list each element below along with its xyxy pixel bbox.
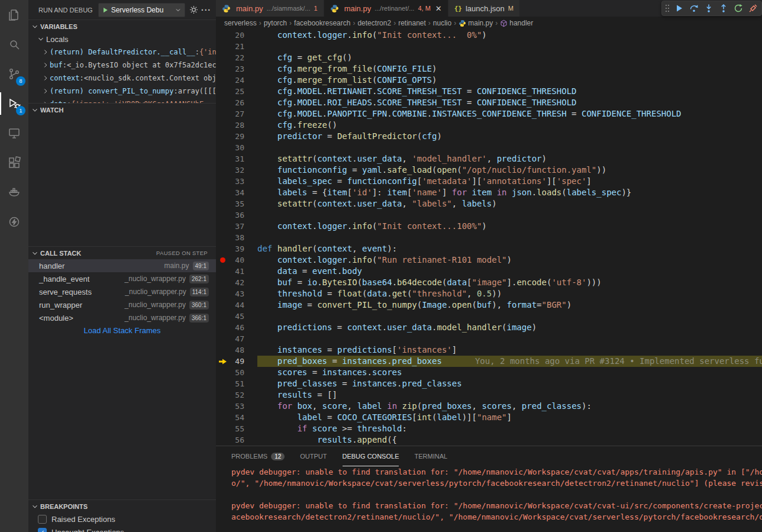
breadcrumb-item[interactable]: handler	[509, 19, 533, 27]
code-line[interactable]: 47	[216, 333, 762, 344]
variable-row[interactable]: (return) convert_PIL_to_numpy: array([[[…	[28, 85, 216, 98]
code-line[interactable]: 54 label = COCO_CATEGORIES[int(label)]["…	[216, 412, 762, 423]
code-line[interactable]: 21	[216, 41, 762, 52]
variable-row[interactable]: context: <nuclio_sdk.context.Context obj…	[28, 72, 216, 85]
code-line[interactable]: 30	[216, 142, 762, 153]
code-line[interactable]: 39def handler(context, event):	[216, 243, 762, 254]
breakpoint-gutter[interactable]	[216, 153, 229, 165]
continue-button[interactable]	[671, 1, 686, 15]
breakpoint-dot[interactable]	[220, 257, 225, 263]
code-line[interactable]: 44 image = convert_PIL_to_numpy(Image.op…	[216, 299, 762, 311]
breakpoint-gutter[interactable]	[216, 221, 229, 232]
code-line[interactable]: 26 cfg.MODEL.ROI_HEADS.SCORE_THRESH_TEST…	[216, 97, 762, 108]
code-line[interactable]: 40 context.logger.info("Run retinanet-R1…	[216, 254, 762, 266]
tab-main-py-siammask[interactable]: main.py .../siammask/... 1	[216, 0, 324, 17]
code-line[interactable]: 34 labels = {item['id']: item['name'] fo…	[216, 187, 762, 198]
breakpoint-gutter[interactable]	[216, 333, 229, 344]
breakpoint-gutter[interactable]	[216, 254, 229, 266]
variable-row[interactable]: buf: <_io.BytesIO object at 0x7f5a2dc1ec…	[28, 59, 216, 72]
step-out-button[interactable]	[716, 1, 731, 15]
step-into-button[interactable]	[701, 1, 716, 15]
breadcrumb-item[interactable]: serverless	[224, 19, 257, 27]
breadcrumb-item[interactable]: pytorch	[264, 19, 287, 27]
breakpoints-header[interactable]: BREAKPOINTS	[28, 499, 216, 512]
activity-docker[interactable]	[0, 178, 28, 207]
breadcrumb-item[interactable]: facebookresearch	[294, 19, 350, 27]
scope-locals[interactable]: Locals	[28, 33, 216, 46]
load-all-stack-frames-link[interactable]: Load All Stack Frames	[28, 324, 216, 337]
close-icon[interactable]: ✕	[435, 4, 442, 13]
code-line[interactable]: 28 cfg.freeze()	[216, 120, 762, 131]
code-line[interactable]: 37 context.logger.info("Init context...1…	[216, 221, 762, 232]
breakpoint-gutter[interactable]	[216, 423, 229, 434]
breakpoint-gutter[interactable]	[216, 311, 229, 322]
breakpoint-item[interactable]: ✓Uncaught Exceptions	[28, 525, 216, 532]
breakpoint-item[interactable]: Raised Exceptions	[28, 512, 216, 525]
code-line[interactable]: 41 data = event.body	[216, 266, 762, 277]
activity-bolt-tool[interactable]	[0, 207, 28, 237]
step-over-button[interactable]	[686, 1, 701, 15]
code-line[interactable]: 52 results = []	[216, 389, 762, 401]
code-line[interactable]: 20 context.logger.info("Init context... …	[216, 30, 762, 41]
drag-handle-icon[interactable]	[663, 4, 671, 13]
breakpoint-gutter[interactable]	[216, 52, 229, 63]
gear-icon[interactable]	[189, 5, 198, 14]
breakpoint-gutter[interactable]	[216, 165, 229, 176]
breakpoint-gutter[interactable]	[216, 356, 229, 367]
breakpoint-gutter[interactable]	[216, 232, 229, 243]
code-line[interactable]: 25 cfg.MODEL.RETINANET.SCORE_THRESH_TEST…	[216, 86, 762, 97]
code-line[interactable]: 38	[216, 232, 762, 243]
breakpoint-gutter[interactable]	[216, 412, 229, 423]
breakpoint-gutter[interactable]	[216, 299, 229, 311]
code-line[interactable]: 31 setattr(context.user_data, 'model_han…	[216, 153, 762, 165]
debug-console-output[interactable]: pydev debugger: unable to find translati…	[216, 466, 762, 532]
debug-config-dropdown[interactable]: Serverless Debu	[98, 3, 185, 17]
breakpoint-gutter[interactable]	[216, 288, 229, 299]
breakpoint-gutter[interactable]	[216, 344, 229, 356]
breadcrumb-item[interactable]: main.py	[468, 19, 493, 27]
breakpoint-gutter[interactable]	[216, 41, 229, 52]
breakpoint-gutter[interactable]	[216, 176, 229, 187]
code-editor[interactable]: 20 context.logger.info("Init context... …	[216, 30, 762, 446]
breakpoint-gutter[interactable]	[216, 367, 229, 378]
call-stack-header[interactable]: CALL STACK PAUSED ON STEP	[28, 246, 216, 259]
breakpoint-gutter[interactable]	[216, 266, 229, 277]
activity-source-control[interactable]: 8	[0, 59, 28, 89]
call-stack-frame[interactable]: run_wrapper_nuclio_wrapper.py360:1	[28, 298, 216, 311]
call-stack-frame[interactable]: <module>_nuclio_wrapper.py366:1	[28, 311, 216, 324]
breakpoint-gutter[interactable]	[216, 30, 229, 41]
breakpoint-gutter[interactable]	[216, 142, 229, 153]
tab-launch-json[interactable]: {} launch.json M	[448, 0, 520, 17]
breakpoint-gutter[interactable]	[216, 97, 229, 108]
code-line[interactable]: 36	[216, 209, 762, 221]
code-line[interactable]: 53 for box, score, label in zip(pred_box…	[216, 401, 762, 412]
breakpoint-gutter[interactable]	[216, 108, 229, 120]
breakpoint-gutter[interactable]	[216, 187, 229, 198]
breakpoint-gutter[interactable]	[216, 277, 229, 288]
breakpoint-gutter[interactable]	[216, 120, 229, 131]
more-actions-icon[interactable]: ···	[201, 5, 211, 15]
activity-run-and-debug[interactable]: 1	[0, 89, 28, 118]
activity-search[interactable]	[0, 30, 28, 59]
call-stack-frame[interactable]: handlermain.py49:1	[28, 259, 216, 272]
code-line[interactable]: 45	[216, 311, 762, 322]
breakpoint-gutter[interactable]	[216, 378, 229, 389]
code-line[interactable]: 29 predictor = DefaultPredictor(cfg)	[216, 131, 762, 142]
code-line[interactable]: 56 results.append({	[216, 434, 762, 446]
breakpoint-gutter[interactable]	[216, 131, 229, 142]
breakpoint-gutter[interactable]	[216, 86, 229, 97]
breakpoint-gutter[interactable]	[216, 389, 229, 401]
code-line[interactable]: 22 cfg = get_cfg()	[216, 52, 762, 63]
breakpoint-gutter[interactable]	[216, 434, 229, 446]
code-line[interactable]: 27 cfg.MODEL.PANOPTIC_FPN.COMBINE.INSTAN…	[216, 108, 762, 120]
panel-tab-debug-console[interactable]: DEBUG CONSOLE	[343, 446, 399, 466]
breakpoint-gutter[interactable]	[216, 209, 229, 221]
tab-main-py-retinanet[interactable]: main.py .../retinanet/... 4, M ✕	[324, 0, 448, 17]
breakpoint-gutter[interactable]	[216, 63, 229, 75]
activity-explorer[interactable]	[0, 0, 28, 30]
checkbox[interactable]	[38, 515, 47, 524]
breadcrumb-item[interactable]: detectron2	[357, 19, 391, 27]
code-line[interactable]: 32 functionconfig = yaml.safe_load(open(…	[216, 165, 762, 176]
breakpoint-gutter[interactable]	[216, 243, 229, 254]
code-line[interactable]: 55 if score >= threshold:	[216, 423, 762, 434]
